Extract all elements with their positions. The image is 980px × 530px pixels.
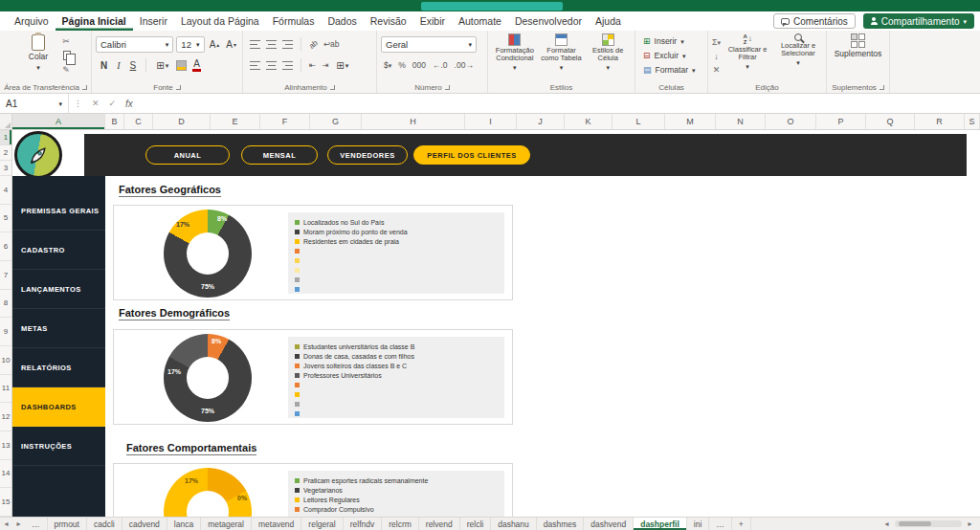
format-as-table-button[interactable]: Formatar como Tabela ▾ <box>539 33 585 77</box>
find-select-button[interactable]: Localizar e Selecionar ▾ <box>774 33 822 77</box>
scroll-right-icon[interactable]: ▸ <box>964 519 976 528</box>
sheet-scroll-right[interactable]: ▸ <box>12 518 25 530</box>
delete-cells-button[interactable]: ⊟Excluir▾ <box>639 49 703 63</box>
dialog-launcher-icon[interactable] <box>445 85 450 90</box>
sheet-tab-relgeral[interactable]: relgeral <box>301 518 343 530</box>
dialog-launcher-icon[interactable] <box>330 85 335 90</box>
font-name-select[interactable]: Calibri▾ <box>96 36 173 53</box>
sort-filter-button[interactable]: AZ↓ Classificar e Filtrar ▾ <box>724 33 771 77</box>
col-header[interactable]: M <box>665 114 716 129</box>
row-header[interactable]: 3 <box>0 161 11 176</box>
italic-button[interactable]: I <box>115 60 122 71</box>
align-top-icon[interactable] <box>250 40 260 49</box>
sheet-tab-metavend[interactable]: metavend <box>252 518 301 530</box>
addins-button[interactable]: Suplementos <box>831 33 885 77</box>
row-header[interactable]: 12 <box>0 403 11 431</box>
wrap-text-icon[interactable]: ↩ab <box>323 39 340 49</box>
scrollbar-thumb[interactable] <box>899 521 931 526</box>
row-header[interactable]: 4 <box>0 176 11 205</box>
tab-dados[interactable]: Dados <box>321 11 363 31</box>
col-header[interactable]: F <box>260 114 310 129</box>
comments-button[interactable]: Comentários <box>773 13 856 29</box>
row-header[interactable]: 15 <box>0 488 11 517</box>
col-header[interactable]: C <box>124 114 153 129</box>
insert-function-button[interactable]: fx <box>121 99 138 109</box>
fill-color-icon[interactable] <box>176 60 187 71</box>
sheet-scroll-left[interactable]: ◂ <box>0 518 12 530</box>
sheet-tab-dashperfil[interactable]: dashperfil <box>634 518 687 530</box>
align-right-icon[interactable] <box>282 61 293 70</box>
col-header[interactable]: I <box>465 114 517 129</box>
underline-button[interactable]: S <box>128 60 139 71</box>
dialog-launcher-icon[interactable] <box>176 85 181 90</box>
cell-styles-button[interactable]: Estilos de Célula ▾ <box>585 33 631 77</box>
autosum-button[interactable]: Σ▾ <box>712 36 721 48</box>
row-header[interactable]: 11 <box>0 375 11 404</box>
row-header[interactable]: 2 <box>0 145 11 161</box>
tab-revisao[interactable]: Revisão <box>364 11 413 31</box>
row-header[interactable]: 8 <box>0 290 11 319</box>
sheet-tab-dashmes[interactable]: dashmes <box>537 518 585 530</box>
row-header[interactable]: 14 <box>0 460 11 489</box>
tab-desenvolvedor[interactable]: Desenvolvedor <box>508 11 589 31</box>
spreadsheet-canvas[interactable]: ANUAL MENSAL VENDEDORES PERFIL DOS CLIEN… <box>12 130 980 517</box>
formula-input[interactable] <box>138 94 980 113</box>
number-format-select[interactable]: Geral▾ <box>381 36 477 53</box>
sidebar-item-cadastro[interactable]: CADASTRO <box>12 231 105 270</box>
enter-icon[interactable]: ✓ <box>104 99 122 108</box>
new-sheet-button[interactable]: + <box>732 518 751 530</box>
sheet-tab-cadcli[interactable]: cadcli <box>87 518 122 530</box>
sheet-tab-ini[interactable]: ini <box>687 518 710 530</box>
sheet-tab-dashanu[interactable]: dashanu <box>491 518 537 530</box>
comma-style-button[interactable]: 000 <box>412 60 426 70</box>
align-bottom-icon[interactable] <box>282 40 293 49</box>
sheet-tab-overflow[interactable]: … <box>709 518 732 530</box>
nav-button-anual[interactable]: ANUAL <box>145 145 230 165</box>
scroll-left-icon[interactable]: ◂ <box>880 519 893 528</box>
percent-style-button[interactable]: % <box>398 60 406 70</box>
decrease-decimal-icon[interactable]: .00→ <box>455 60 474 70</box>
merge-center-button[interactable]: ⊞▾ <box>334 60 350 71</box>
col-header[interactable]: N <box>716 114 766 129</box>
select-all-button[interactable] <box>0 114 12 130</box>
tab-inserir[interactable]: Inserir <box>133 11 174 31</box>
tab-pagina-inicial[interactable]: Página Inicial <box>56 11 133 31</box>
font-size-select[interactable]: 12▾ <box>176 36 204 53</box>
format-painter-icon[interactable]: ✎ <box>61 64 71 76</box>
sheet-tab-prmout[interactable]: prmout <box>48 518 87 530</box>
col-header[interactable]: Q <box>866 114 915 129</box>
format-cells-button[interactable]: ▤Formatar▾ <box>639 63 703 77</box>
col-header[interactable]: B <box>105 114 124 129</box>
sheet-tab-relvend[interactable]: relvend <box>419 518 460 530</box>
sheet-tab-metageral[interactable]: metageral <box>201 518 252 530</box>
orientation-icon[interactable]: ab <box>307 38 320 51</box>
sidebar-item-premissas-gerais[interactable]: PREMISSAS GERAIS <box>12 191 105 231</box>
increase-decimal-icon[interactable]: ←.0 <box>433 60 448 70</box>
align-middle-icon[interactable] <box>266 40 277 49</box>
fill-button[interactable]: ↓ <box>712 51 721 62</box>
tab-ajuda[interactable]: Ajuda <box>589 11 628 31</box>
insert-cells-button[interactable]: ⊞Inserir▾ <box>639 34 703 49</box>
share-button[interactable]: Compartilhamento ▾ <box>863 13 974 29</box>
sidebar-item-lancamentos[interactable]: LANÇAMENTOS <box>12 270 105 309</box>
tab-formulas[interactable]: Fórmulas <box>266 11 322 31</box>
sheet-tab-relcli[interactable]: relcli <box>460 518 491 530</box>
sidebar-item-instrucoes[interactable]: INSTRUÇÕES <box>12 427 105 466</box>
font-color-button[interactable]: A <box>192 59 201 72</box>
tab-automate[interactable]: Automate <box>452 11 508 31</box>
align-center-icon[interactable] <box>266 61 277 70</box>
sheet-tab-cadvend[interactable]: cadvend <box>122 518 167 530</box>
sidebar-item-relatorios[interactable]: RELATÓRIOS <box>12 348 105 387</box>
col-header[interactable]: P <box>816 114 866 129</box>
row-header[interactable]: 7 <box>0 261 11 290</box>
col-header[interactable]: S <box>965 114 980 129</box>
col-header[interactable]: A <box>12 114 105 129</box>
dialog-launcher-icon[interactable] <box>82 85 87 90</box>
row-header[interactable]: 6 <box>0 232 11 261</box>
col-header[interactable]: K <box>565 114 612 129</box>
sidebar-item-metas[interactable]: METAS <box>12 309 105 348</box>
sheet-tab-dashvend[interactable]: dashvend <box>584 518 634 530</box>
horizontal-scrollbar[interactable]: ◂ ▸ <box>880 518 980 530</box>
borders-button[interactable]: ⊞▾ <box>154 60 170 71</box>
decrease-font-button[interactable]: A▾ <box>224 39 238 50</box>
